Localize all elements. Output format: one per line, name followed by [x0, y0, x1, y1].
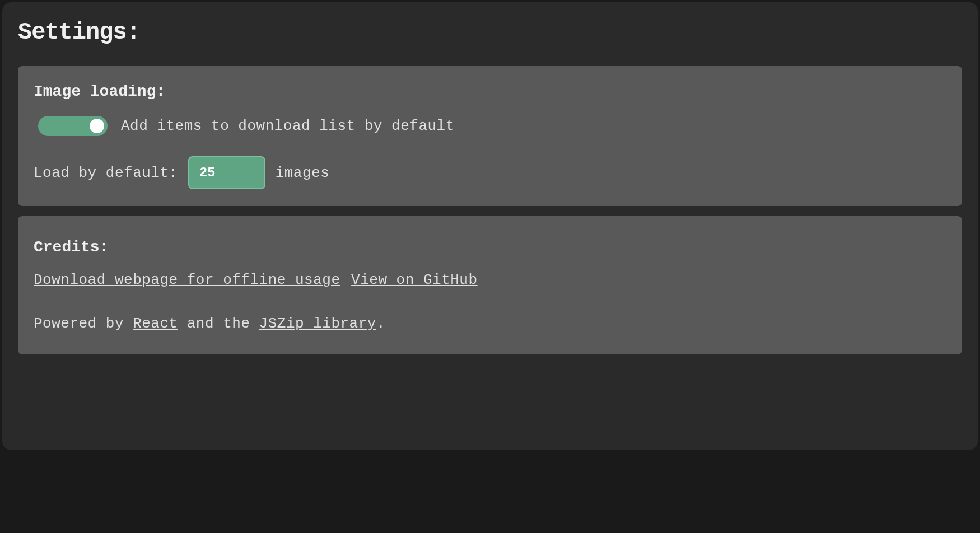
add-items-toggle[interactable]: [38, 116, 108, 136]
load-default-suffix: images: [276, 165, 330, 181]
powered-suffix: .: [376, 315, 385, 332]
credits-links-row: Download webpage for offline usage View …: [34, 272, 946, 288]
powered-prefix: Powered by: [34, 315, 133, 332]
credits-panel: Credits: Download webpage for offline us…: [18, 216, 962, 354]
settings-container: Settings: Image loading: Add items to do…: [2, 2, 978, 450]
react-link[interactable]: React: [133, 315, 178, 332]
load-default-row: Load by default: images: [34, 156, 946, 189]
credits-heading: Credits:: [34, 239, 946, 256]
powered-middle: and the: [178, 315, 259, 332]
toggle-row: Add items to download list by default: [34, 116, 946, 136]
image-loading-panel: Image loading: Add items to download lis…: [18, 66, 962, 206]
load-default-prefix: Load by default:: [34, 165, 178, 181]
load-default-input[interactable]: [188, 156, 265, 189]
page-title: Settings:: [18, 19, 962, 46]
image-loading-heading: Image loading:: [34, 83, 946, 100]
toggle-knob-icon: [90, 119, 104, 133]
powered-by-text: Powered by React and the JSZip library.: [34, 315, 946, 332]
toggle-label: Add items to download list by default: [121, 118, 455, 134]
jszip-link[interactable]: JSZip library: [259, 315, 376, 332]
download-offline-link[interactable]: Download webpage for offline usage: [34, 272, 340, 288]
view-github-link[interactable]: View on GitHub: [351, 272, 477, 288]
